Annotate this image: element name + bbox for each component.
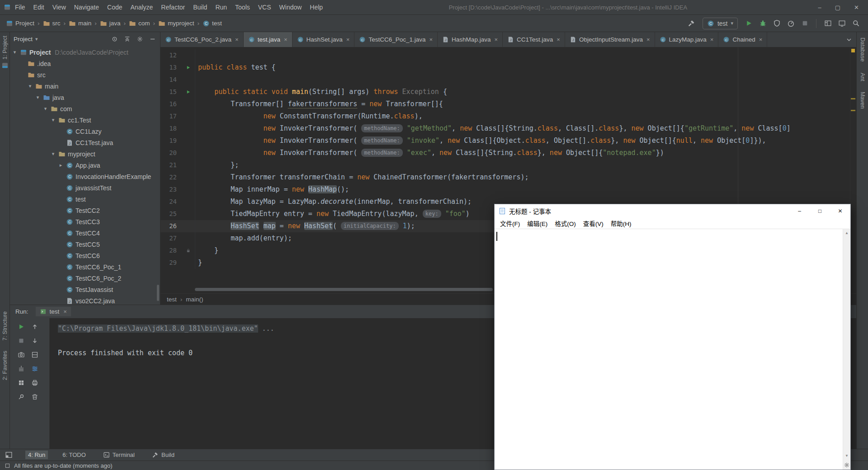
run-button[interactable] <box>744 19 754 28</box>
code-line-23[interactable]: 23 Map innerMap = new HashMap(); <box>160 183 856 196</box>
notepad-scrollbar[interactable]: ▲ ▼ <box>843 229 850 470</box>
warning-marker[interactable] <box>851 98 855 99</box>
close-icon[interactable]: × <box>557 36 560 43</box>
tree-item-javassisttest[interactable]: CjavassistTest <box>10 182 160 193</box>
menu-run[interactable]: Run <box>211 4 231 11</box>
horizontal-scrollbar[interactable] <box>195 288 493 291</box>
stripe-button-1-project[interactable]: 1: Project <box>1 36 9 69</box>
menu-edit[interactable]: Edit <box>29 4 48 11</box>
notepad-menu-3[interactable]: 查看(V) <box>580 219 607 228</box>
tool-window-button-terminal[interactable]: Terminal <box>100 451 137 459</box>
tree-scrollbar[interactable] <box>157 285 159 301</box>
maximize-button[interactable]: ▢ <box>835 4 840 11</box>
expand-arrow[interactable]: ▾ <box>50 151 56 157</box>
menu-file[interactable]: File <box>11 4 29 11</box>
locate-button[interactable] <box>110 35 118 43</box>
stripe-button-7-structure[interactable]: 7: Structure <box>2 311 8 341</box>
profiler-button[interactable] <box>786 19 796 28</box>
tree-item-cc1-test[interactable]: ▾cc1.Test <box>10 114 160 126</box>
stripe-button-ant[interactable]: Ant <box>859 73 866 81</box>
run-line-icon[interactable] <box>181 61 195 74</box>
run-line-icon[interactable] <box>181 86 195 98</box>
warning-marker[interactable] <box>851 49 855 52</box>
code-line-21[interactable]: 21 }; <box>160 159 856 171</box>
camera-button[interactable] <box>16 350 26 360</box>
expand-arrow[interactable]: ▾ <box>42 106 48 112</box>
notepad-menu-1[interactable]: 编辑(E) <box>524 219 551 228</box>
breadcrumb-item-main[interactable]: main <box>67 19 93 28</box>
tree-item-cc1test-java[interactable]: JCC1Test.java <box>10 137 160 148</box>
tool-window-switcher[interactable] <box>4 450 14 460</box>
filter-button[interactable] <box>30 364 40 374</box>
tree-item-testcc3[interactable]: CTestCC3 <box>10 216 160 227</box>
menu-view[interactable]: View <box>48 4 70 11</box>
tree-item-testcc6[interactable]: CTestCC6 <box>10 250 160 261</box>
notepad-minimize-button[interactable]: – <box>789 204 810 218</box>
close-icon[interactable]: × <box>63 308 67 315</box>
minimize-button[interactable]: – <box>818 4 821 11</box>
tree-item-src[interactable]: src <box>10 69 160 80</box>
dump-button[interactable] <box>16 364 26 374</box>
close-icon[interactable]: × <box>429 36 433 43</box>
menu-help[interactable]: Help <box>306 4 327 11</box>
code-line-15[interactable]: 15 public static void main(String[] args… <box>160 86 856 98</box>
warning-marker[interactable] <box>851 110 855 111</box>
menu-vcs[interactable]: VCS <box>254 4 275 11</box>
notepad-close-button[interactable]: ✕ <box>830 204 850 218</box>
code-line-14[interactable]: 14 <box>160 74 856 86</box>
code-line-20[interactable]: 20 new InvokerTransformer( methodName: "… <box>160 147 856 159</box>
debug-button[interactable] <box>758 19 768 28</box>
close-icon[interactable]: × <box>235 36 239 43</box>
code-line-19[interactable]: 19 new InvokerTransformer( methodName: "… <box>160 135 856 147</box>
stripe-button-maven[interactable]: Maven <box>859 92 866 109</box>
notepad-menu-0[interactable]: 文件(F) <box>496 219 524 228</box>
run-tab-test[interactable]: test × <box>36 307 71 316</box>
close-icon[interactable]: × <box>494 36 498 43</box>
expand-arrow[interactable]: ▾ <box>12 49 18 55</box>
breadcrumb-item-myproject[interactable]: myproject <box>157 19 196 28</box>
close-icon[interactable]: × <box>346 36 350 43</box>
menu-analyze[interactable]: Analyze <box>127 4 157 11</box>
trash-button[interactable] <box>30 392 40 402</box>
project-panel-title[interactable]: Project <box>14 36 33 42</box>
close-icon[interactable]: × <box>284 36 288 43</box>
code-line-12[interactable]: 12 <box>160 49 856 61</box>
scroll-down-icon[interactable]: ▼ <box>843 452 850 460</box>
tree-item-test[interactable]: Ctest <box>10 193 160 205</box>
expand-arrow[interactable]: ▾ <box>35 94 41 100</box>
tree-item-testcc2[interactable]: CTestCC2 <box>10 205 160 216</box>
tree-item-cc1lazy[interactable]: CCC1Lazy <box>10 126 160 137</box>
stop-button[interactable] <box>16 336 26 346</box>
tab-hashset-java[interactable]: CHashSet.java× <box>292 32 355 47</box>
breadcrumb-item-java[interactable]: java <box>99 19 122 28</box>
code-line-18[interactable]: 18 new InvokerTransformer( methodName: "… <box>160 122 856 135</box>
tree-item-myproject[interactable]: ▾myproject <box>10 148 160 160</box>
editor-breadcrumb-test[interactable]: test <box>167 296 177 303</box>
stripe-button-database[interactable]: Database <box>859 38 866 62</box>
pin-button[interactable] <box>16 392 26 402</box>
tab-lazymap-java[interactable]: CLazyMap.java× <box>655 32 719 47</box>
tab-chained[interactable]: CChained× <box>718 32 767 47</box>
tab-hashmap-java[interactable]: JHashMap.java× <box>438 32 503 47</box>
down-button[interactable] <box>30 336 40 346</box>
tree-item-vso2cc2-java[interactable]: Jvso2CC2.java <box>10 295 160 305</box>
tree-item-testcc6-poc-1[interactable]: CTestCC6_Poc_1 <box>10 261 160 273</box>
tree-item-testjavassist[interactable]: CTestJavassist <box>10 284 160 295</box>
code-line-22[interactable]: 22 Transformer transformerChain = new Ch… <box>160 171 856 183</box>
stop-button[interactable] <box>800 19 810 28</box>
tree-item-testcc5[interactable]: CTestCC5 <box>10 239 160 250</box>
up-button[interactable] <box>30 322 40 332</box>
tree-item-invocationhandlerexample[interactable]: CInvocationHandlerExample <box>10 171 160 182</box>
minus-button[interactable] <box>148 35 156 43</box>
tool-window-button-build[interactable]: Build <box>149 451 177 459</box>
notepad-text-area[interactable]: ▲ ▼ <box>495 229 850 470</box>
tab-cc1test-java[interactable]: JCC1Test.java× <box>503 32 565 47</box>
chevron-down-icon[interactable]: ▾ <box>35 36 38 42</box>
tree-item-project-root[interactable]: ▾Project D:\code\JavaCode\Project <box>10 47 160 58</box>
code-line-13[interactable]: 13public class test { <box>160 61 856 74</box>
tab-testcc6-poc-1-java[interactable]: CTestCC6_Poc_1.java× <box>354 32 438 47</box>
notepad-title-bar[interactable]: 无标题 - 记事本 – □ ✕ <box>495 204 850 218</box>
build-button[interactable] <box>687 19 697 28</box>
notepad-menu-4[interactable]: 帮助(H) <box>607 219 635 228</box>
tool-window-button-6-todo[interactable]: 6: TODO <box>60 451 89 459</box>
